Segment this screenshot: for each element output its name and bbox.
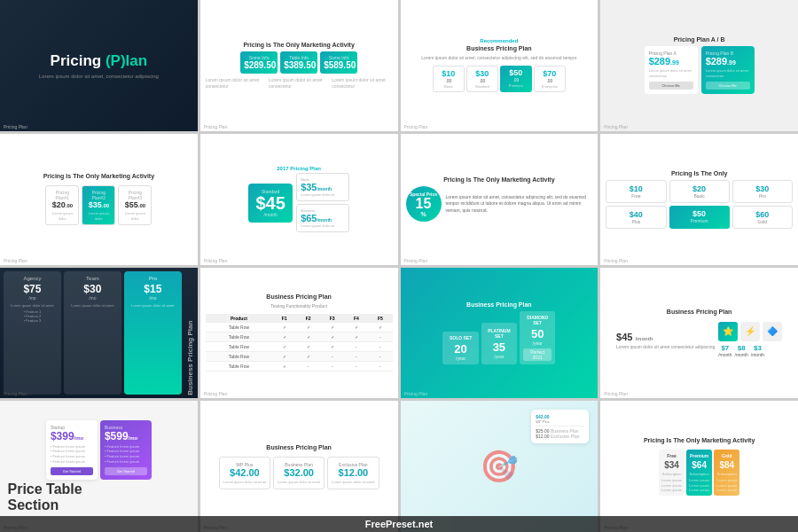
pgrid-60: $60Gold: [732, 206, 793, 229]
three-sm-cards: Pricing Plan#1 $20.00 Lorem ipsum dolor …: [45, 185, 152, 224]
price-table-section-label: Price TableSection: [8, 481, 195, 512]
three-gradient-cards: Free $34 Subscription Lorem ipsumLorem i…: [659, 450, 739, 496]
exclusive-card: Exclusive Plan $12.00 Lorem ipsum dolor …: [327, 457, 379, 489]
icon-star: ⭐: [718, 322, 738, 341]
cell3-desc: Lorem ipsum dolor sit amet, consectetur …: [421, 55, 576, 60]
sub-price-row: $7/month $8/month $3/month: [718, 344, 782, 357]
platinum-set-card: PLATINUM SET 35 /year: [481, 323, 517, 364]
side-label: Business Pricing Plan: [186, 271, 194, 395]
cell-business-icons: Business Pricing Plan $45 /month Lorem i…: [600, 268, 798, 399]
cell-three-prices-small: Pricing Is The Only Marketing Activity P…: [0, 134, 198, 265]
pricing-table: Product F1 F2 F3 F4 F5 Table Row✓✓✓✓✓ Ta…: [206, 314, 393, 372]
price-box-20: Pricing Plan#1 $20.00 Lorem ipsum dolor: [45, 185, 79, 224]
price-grid: $10Free $20Basic $30Pro $40Plus $50Premi…: [606, 180, 793, 229]
choose-btn-a[interactable]: Choose Me: [649, 82, 693, 90]
special-desc: Lorem ipsum dolor sit amet, consectetur …: [446, 194, 593, 215]
cell9-footer: Pricing Plan: [4, 391, 27, 396]
cell12-title: Business Pricing Plan: [667, 309, 732, 315]
basic-plan-card: Basic $35/month Lorem ipsum dolor sit: [296, 173, 349, 201]
cell12-footer: Pricing Plan: [604, 391, 628, 396]
main-title: Pricing (P)lan: [39, 52, 159, 70]
bp-icons-row: ⭐ ⚡ 🔷: [718, 322, 782, 341]
cell11-footer: Pricing Plan: [404, 391, 428, 396]
watermark-text: FreePreset.net: [365, 519, 433, 529]
cell-free-premium-gold: Pricing Is The Only Marketing Activity F…: [600, 401, 798, 532]
card3-label: Some Info: [324, 55, 354, 60]
free-card: Free $34 Subscription Lorem ipsumLorem i…: [659, 450, 685, 496]
plan-a-card: Pricing Plan A $289.99 Lorem ipsum dolor…: [645, 46, 698, 94]
cell5-title: Pricing Is The Only Marketing Activity: [43, 173, 154, 179]
table-row: Table Row✓✓---: [206, 352, 393, 362]
card2-amount: $389.50: [284, 60, 314, 70]
cell-price-table-section: Startup $399/mo • Feature lorem ipsum• F…: [0, 401, 198, 532]
cell1-footer: Pricing Plan: [4, 124, 27, 129]
table-row: Table Row✓✓✓✓✓: [206, 323, 393, 332]
startup-btn[interactable]: Get Started: [51, 467, 93, 475]
premium-card: Premium $64 Subscription Lorem ipsumLore…: [686, 450, 712, 496]
cell15-content: 🎯 $42.00 WP Plus $25.00 Business Plan $1…: [406, 406, 593, 527]
main-grid: Pricing (P)lan Lorem ipsum dolor sit ame…: [0, 0, 798, 532]
business-plan-card: Business Plan $32.00 Lorem ipsum dolor s…: [273, 457, 325, 489]
cell10-subtitle: Testing Functionality Product: [270, 303, 327, 309]
card1-label: Some Info: [244, 55, 274, 60]
price-card-2: Table Info $389.50: [280, 51, 317, 74]
three-price-cards: WP Plus $42.00 Lorem ipsum dolor sit ame…: [219, 457, 379, 489]
vertical-cards: Agency $75 /mo Lorem ipsum dolor sit ame…: [4, 271, 194, 395]
price-box-35: Pricing Plan#2 $35.00 Lorem ipsum dolor: [82, 185, 115, 224]
cell4-footer: Pricing Plan: [604, 124, 628, 129]
cell-pricing-table: Business Pricing Plan Testing Functional…: [200, 268, 398, 399]
cell-two-plans-ab: Pricing Plan A / B Pricing Plan A $289.9…: [600, 0, 798, 131]
main-subtitle: Lorem ipsum dolor sit amet, consectetur …: [39, 74, 159, 79]
plan-b-card: Pricing Plan B $289.99 Lorem ipsum dolor…: [701, 46, 755, 94]
business-card: Business $599/mo • Feature lorem ipsum• …: [100, 420, 152, 480]
plan-card-basic: $10 .00 Basic: [433, 66, 465, 92]
price-card-3: Some Info $589.50: [320, 51, 357, 74]
plan-card-premium: $50 .00 Premium: [500, 66, 532, 92]
cell6-label: 2017 Pricing Plan: [277, 166, 321, 171]
table-row: Table Row✓✓✓--: [206, 342, 393, 352]
sub-price-1: $7/month: [718, 344, 732, 357]
business-plan-card: Business $65/month Lorem ipsum dolor sit: [296, 204, 349, 232]
banner-cards: SOLO SET 20 /year PLATINUM SET 35 /year …: [442, 311, 555, 364]
startup-card: Startup $399/mo • Feature lorem ipsum• F…: [46, 420, 98, 480]
cell-45-featured: 2017 Pricing Plan Standard $45 /month Ba…: [200, 134, 398, 265]
cell7-title: Pricing Is The Only Marketing Activity: [443, 176, 554, 183]
price-card-1: Some Info $289.50: [240, 51, 278, 74]
table-row: Table Row✓✓✓✓-: [206, 332, 393, 342]
choose-btn-b[interactable]: Choose Me: [706, 82, 750, 90]
wp-plus-card: WP Plus $42.00 Lorem ipsum dolor sit ame…: [219, 457, 270, 489]
watermark-bar: FreePreset.net: [0, 516, 798, 532]
cell4-title: Pricing Plan A / B: [674, 36, 725, 43]
cell8-footer: Pricing Plan: [604, 258, 628, 263]
cell-price-grid: Pricing Is The Only $10Free $20Basic $30…: [600, 134, 798, 265]
pgrid-30: $30Pro: [732, 180, 793, 203]
cell10-title: Business Pricing Plan: [266, 293, 332, 300]
cell6-footer: Pricing Plan: [204, 258, 228, 263]
icon-bolt: ⚡: [740, 322, 760, 341]
cell8-title: Pricing Is The Only: [671, 170, 727, 176]
main-plan-card: Standard $45 /month: [248, 184, 293, 223]
desc-row: Lorem ipsum dolor sit amet consectetur L…: [206, 77, 393, 90]
cell2-footer: Pricing Plan: [204, 124, 228, 129]
cell-dark-vertical: Agency $75 /mo Lorem ipsum dolor sit ame…: [0, 268, 198, 399]
business-btn[interactable]: Get Started: [105, 467, 147, 475]
cell3-title: Business Pricing Plan: [466, 45, 532, 51]
perfect-badge: Perfect 2021: [523, 348, 552, 361]
pgrid-50: $50Premium: [669, 206, 730, 229]
price-overlay: $42.00 WP Plus $25.00 Business Plan $12.…: [531, 410, 589, 443]
cell11-title: Business Pricing Plan: [466, 301, 532, 308]
cell-target-price: 🎯 $42.00 WP Plus $25.00 Business Plan $1…: [401, 401, 598, 532]
special-price-block: Special Price 15 % Lorem ipsum dolor sit…: [406, 186, 593, 222]
pgrid-20: $20Basic: [669, 180, 730, 203]
target-icon: 🎯: [480, 449, 519, 485]
cell10-footer: Pricing Plan: [204, 391, 228, 396]
agency-card: Agency $75 /mo Lorem ipsum dolor sit ame…: [4, 271, 61, 395]
startup-business-cards: Startup $399/mo • Feature lorem ipsum• F…: [46, 420, 152, 480]
cell14-title: Business Pricing Plan: [266, 444, 332, 450]
special-circle: Special Price 15 %: [406, 186, 442, 222]
cell16-title: Pricing Is The Only Marketing Activity: [644, 437, 755, 443]
four-cards: $10 .00 Basic $30 .00 Standard $50 .00 P…: [433, 66, 566, 92]
bp-right: ⭐ ⚡ 🔷 $7/month $8/month $3/month: [718, 322, 782, 357]
cell-pricing-marketing-1: Pricing Is The Only Marketing Activity S…: [200, 0, 398, 131]
plan-card-enterprise: $70 .00 Enterprise: [534, 66, 566, 92]
